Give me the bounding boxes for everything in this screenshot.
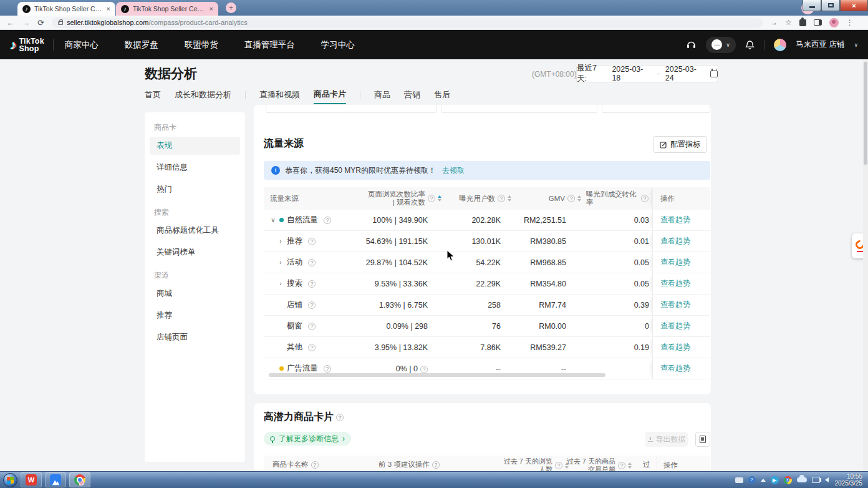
col-header-gmv[interactable]: GMV ?	[516, 195, 586, 203]
taskbar-clock[interactable]: 10:55 2025/3/25	[835, 473, 863, 487]
table-row-others[interactable]: 其他? 3.95% | 13.82K 7.86K RM539.27 0.19 查…	[264, 337, 710, 358]
col-header-cvr[interactable]: 曝光到成交转化率 ?	[586, 190, 652, 207]
expand-icon[interactable]: ›	[277, 238, 284, 245]
back-icon[interactable]: ←	[6, 19, 14, 27]
taskbar-docs-button[interactable]	[45, 472, 66, 487]
tab-product-card[interactable]: 商品卡片	[314, 89, 346, 104]
help-icon[interactable]: ?	[324, 365, 331, 373]
export-data-button[interactable]: 导出数据	[645, 432, 688, 447]
help-icon[interactable]: ?	[324, 217, 331, 224]
table-row-search[interactable]: ›搜索? 9.53% | 33.36K 22.29K RM354.80 0.05…	[264, 273, 710, 295]
extensions-icon[interactable]	[799, 19, 806, 26]
taskbar-chrome-button[interactable]	[69, 472, 90, 487]
page-scrollbar-thumb[interactable]	[864, 62, 867, 165]
store-name[interactable]: 马来西亚 店铺	[796, 39, 844, 50]
help-icon[interactable]: ?	[428, 195, 435, 202]
browser-menu-icon[interactable]: ⋮	[846, 19, 854, 26]
help-icon[interactable]: ?	[308, 301, 316, 309]
view-trend-link[interactable]: 查看趋势	[660, 257, 690, 268]
tab-products[interactable]: 商品	[374, 89, 390, 104]
tiktok-shop-logo[interactable]: TikTokShop	[19, 37, 44, 52]
tab-home[interactable]: 首页	[145, 89, 161, 104]
diagnosis-link-pill[interactable]: 了解更多诊断信息 ›	[264, 432, 351, 446]
claim-coupon-link[interactable]: 去领取	[442, 165, 465, 176]
col-header-7day-gmv[interactable]: 过去 7 天的商品交易总额 ?	[564, 457, 632, 471]
window-close-button[interactable]: ×	[840, 0, 868, 11]
bookmark-star-icon[interactable]: ☆	[785, 19, 792, 26]
browser-tab-1[interactable]: ♪ TikTok Shop Seller Center | Cre ×	[17, 2, 115, 16]
nav-item-seller-center[interactable]: 商家中心	[65, 39, 99, 51]
help-icon[interactable]: ?	[311, 461, 319, 469]
sort-icon[interactable]	[577, 195, 581, 202]
chrome-tray-icon[interactable]	[784, 476, 792, 484]
view-trend-link[interactable]: 查看趋势	[660, 278, 690, 289]
table-row-showcase[interactable]: 橱窗? 0.09% | 298 76 RM0.00 0 查看趋势	[264, 316, 710, 337]
profile-avatar[interactable]	[829, 18, 839, 27]
sidebar-item-recommend[interactable]: 推荐	[150, 306, 240, 325]
sidebar-item-trending[interactable]: 热门	[150, 180, 240, 198]
messages-button[interactable]: … ∨	[706, 37, 736, 53]
browser-tab-2[interactable]: ♪ TikTok Shop Seller Center | Cre ×	[116, 2, 218, 16]
sidebar-item-mall[interactable]: 商城	[150, 285, 240, 303]
tab-close-icon[interactable]: ×	[107, 5, 110, 12]
sort-icon[interactable]	[628, 462, 632, 469]
table-row-activity[interactable]: ›活动? 29.87% | 104.52K 54.22K RM968.85 0.…	[264, 252, 710, 273]
share-icon[interactable]: →	[770, 19, 778, 26]
sort-icon[interactable]	[508, 195, 511, 202]
col-header-impressions[interactable]: 曝光用户数 ?	[445, 195, 516, 203]
view-trend-link[interactable]: 查看趋势	[660, 321, 690, 331]
sidebar-item-details[interactable]: 详细信息	[150, 159, 240, 177]
cloud-drive-tray-icon[interactable]	[797, 477, 807, 482]
view-trend-link[interactable]: 查看趋势	[660, 342, 690, 353]
table-row-organic[interactable]: ∨自然流量? 100% | 349.90K 202.28K RM2,251.51…	[264, 210, 710, 231]
window-maximize-button[interactable]	[821, 0, 840, 11]
collapse-icon[interactable]: ∨	[270, 217, 276, 223]
telegram-tray-icon[interactable]	[771, 476, 779, 484]
sidebar-item-performance[interactable]: 表现	[150, 137, 240, 155]
help-icon[interactable]: ?	[555, 462, 562, 469]
store-avatar[interactable]	[774, 39, 786, 51]
view-trend-link[interactable]: 查看趋势	[660, 236, 690, 246]
expand-icon[interactable]: ›	[277, 259, 284, 266]
tab-live-video[interactable]: 直播和视频	[259, 89, 300, 104]
tab-close-icon[interactable]: ×	[210, 5, 213, 12]
side-panel-icon[interactable]	[814, 19, 822, 26]
sidebar-item-keyword-ranking[interactable]: 关键词榜单	[150, 243, 240, 261]
help-icon[interactable]: ?	[308, 280, 316, 288]
taskbar-wps-button[interactable]: W	[21, 472, 42, 487]
horizontal-scrollbar[interactable]	[269, 373, 605, 377]
view-trend-link[interactable]: 查看趋势	[660, 363, 690, 374]
help-icon[interactable]: ?	[420, 366, 428, 373]
help-icon[interactable]: ?	[567, 195, 575, 202]
help-tray-icon[interactable]: ?	[748, 476, 756, 484]
col-header-pageview-ratio[interactable]: 页面浏览次数比率 | 观看次数 ?	[360, 190, 445, 207]
view-trend-link[interactable]: 查看趋势	[660, 215, 690, 225]
volume-tray-icon[interactable]	[825, 477, 829, 482]
help-icon[interactable]: ?	[641, 195, 649, 202]
input-method-icon[interactable]	[735, 477, 743, 483]
help-icon[interactable]: ?	[336, 414, 344, 421]
help-icon[interactable]: ?	[308, 344, 316, 351]
sort-icon[interactable]	[438, 195, 441, 202]
notifications-bell-icon[interactable]	[745, 40, 755, 50]
help-icon[interactable]: ?	[498, 195, 505, 202]
sidebar-item-title-optimizer[interactable]: 商品标题优化工具	[150, 222, 240, 240]
tab-after-sales[interactable]: 售后	[434, 89, 450, 104]
window-minimize-button[interactable]	[803, 0, 821, 11]
col-header-7day-viewers[interactable]: 过去 7 天的浏览人数 ?	[501, 457, 569, 471]
help-icon[interactable]: ?	[432, 461, 440, 469]
store-chevron-down-icon[interactable]: ∨	[854, 42, 858, 48]
configure-metrics-button[interactable]: 配置指标	[653, 136, 707, 153]
table-row-recommend[interactable]: ›推荐? 54.63% | 191.15K 130.01K RM380.85 0…	[264, 231, 710, 252]
help-icon[interactable]: ?	[618, 462, 625, 469]
address-bar[interactable]: seller.tiktokglobalshop.com/compass/prod…	[52, 17, 763, 28]
start-button[interactable]	[3, 473, 17, 487]
help-icon[interactable]: ?	[308, 238, 316, 245]
help-icon[interactable]: ?	[308, 259, 316, 266]
view-trend-link[interactable]: 查看趋势	[660, 300, 690, 310]
tab-marketing[interactable]: 营销	[404, 89, 420, 104]
headset-icon[interactable]	[686, 39, 697, 50]
tab-growth[interactable]: 成长和数据分析	[175, 89, 231, 104]
nav-item-live[interactable]: 直播管理平台	[244, 39, 295, 51]
date-range-picker[interactable]: 最近7天: 2025-03-18 - 2025-03-24	[576, 65, 718, 82]
